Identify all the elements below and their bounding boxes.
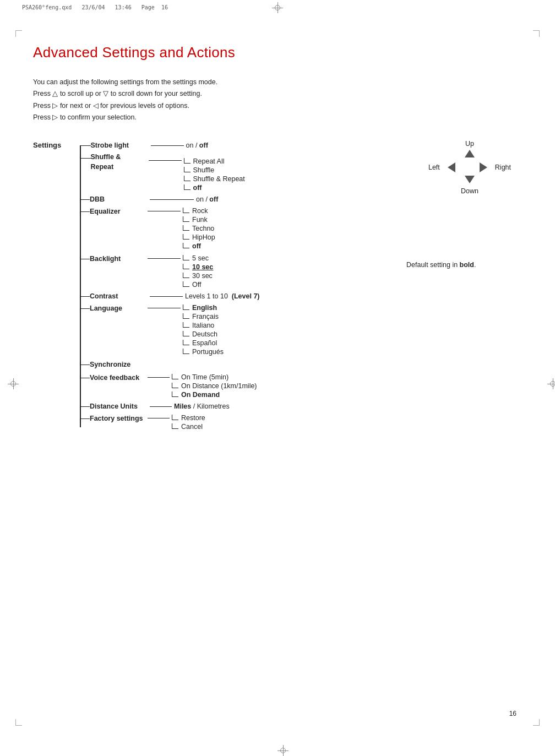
header-page-num: 16 <box>161 4 168 10</box>
sync-label: Synchronize <box>90 361 130 368</box>
nav-up-triangle <box>465 150 475 159</box>
distance-label: Distance Units <box>90 403 148 410</box>
distance-option: Miles / Kilometres <box>174 403 230 410</box>
setting-factory: Factory settings Restore Cancel <box>80 412 401 433</box>
trunk-branch-eq <box>80 211 90 212</box>
voice-connector: On Time (5min) On Distance (1km/1mile) O… <box>148 373 257 399</box>
opt-30sec: 30 sec <box>183 271 213 280</box>
opt-techno: Techno <box>183 224 215 233</box>
trunk-branch-sync <box>80 365 90 365</box>
nav-diagram: Up Left Right <box>417 140 522 195</box>
backlight-h-line <box>148 258 181 259</box>
intro-line1: You can adjust the following settings fr… <box>33 77 522 88</box>
language-h-line <box>148 308 181 308</box>
backlight-options: 5 sec 10 sec 30 sec <box>183 254 213 289</box>
opt-portugues: Portugués <box>183 347 224 356</box>
opt-english: English <box>183 303 224 312</box>
nav-right-label: Right <box>495 164 511 171</box>
trunk-branch-dbb <box>80 199 90 200</box>
opt-10sec: 10 sec <box>183 263 213 271</box>
nav-up-label: Up <box>417 140 522 148</box>
nav-left-triangle <box>448 162 455 172</box>
nav-down-label: Down <box>417 187 522 195</box>
factory-connector: Restore Cancel <box>148 414 205 431</box>
opt-italiano: Italiano <box>183 321 224 330</box>
strobe-light-label: Strobe light <box>91 142 149 149</box>
nav-left-label: Left <box>428 164 440 171</box>
nav-middle-row: Left Right <box>428 162 511 172</box>
page-label: Page <box>142 4 155 10</box>
opt-on-demand: On Demand <box>172 390 257 399</box>
intro-line4: Press ▷ to confirm your selection. <box>33 112 522 123</box>
opt-hiphop: HipHop <box>183 233 215 242</box>
shuffle-options: Repeat All Shuffle Shuffle & Repeat <box>184 157 245 192</box>
setting-dbb: DBB on / off <box>80 194 401 205</box>
dbb-label: DBB <box>90 195 148 203</box>
dbb-h-line <box>150 199 194 200</box>
trunk-branch-distance <box>80 406 90 407</box>
trunk-branch-strobe <box>81 145 91 146</box>
default-note: Default setting in bold. <box>406 261 522 269</box>
opt-francais: Français <box>183 312 224 321</box>
setting-shuffle-repeat: Shuffle &Repeat Repeat All Shuffle <box>80 151 401 194</box>
voice-label: Voice feedback <box>90 373 148 382</box>
setting-strobe-light: Strobe light on / off <box>80 140 401 151</box>
trunk-branch-contrast <box>80 296 90 297</box>
contrast-option: Levels 1 to 10 (Level 7) <box>185 292 260 300</box>
opt-shuffle: Shuffle <box>184 166 245 175</box>
page-header: PSA260°feng.qxd 23/6/04 13:46 Page 16 <box>22 4 168 10</box>
opt-cancel: Cancel <box>172 422 205 431</box>
page-title: Advanced Settings and Actions <box>33 44 522 61</box>
opt-eq-off: off <box>183 242 215 251</box>
opt-off-backlight: Off <box>183 280 213 289</box>
eq-options: Rock Funk Techno <box>183 206 215 251</box>
setting-synchronize: Synchronize <box>80 358 401 371</box>
right-column: Up Left Right <box>401 140 522 269</box>
trunk-vertical-line <box>80 145 81 427</box>
language-options: English Français Italiano <box>183 303 224 356</box>
factory-options: Restore Cancel <box>172 414 205 431</box>
page-number: 16 <box>509 710 516 717</box>
language-connector: English Français Italiano <box>148 303 224 356</box>
setting-voice-feedback: Voice feedback On Time (5min) On Distanc… <box>80 371 401 401</box>
voice-h-line <box>148 377 170 378</box>
nav-down-triangle <box>465 176 475 185</box>
strobe-h-line <box>151 145 184 146</box>
opt-shuffle-off: off <box>184 183 245 192</box>
voice-options: On Time (5min) On Distance (1km/1mile) O… <box>172 373 257 399</box>
eq-label: Equalizer <box>90 206 148 215</box>
date: 23/6/04 <box>81 4 105 10</box>
contrast-h-line <box>150 296 183 297</box>
nav-right-triangle <box>480 162 487 172</box>
diagram: Settings Strobe light on / off <box>33 140 522 433</box>
trunk-branch-language <box>80 308 90 309</box>
shuffle-connector: Repeat All Shuffle Shuffle & Repeat <box>149 157 245 192</box>
eq-connector: Rock Funk Techno <box>148 206 215 251</box>
corner-mark-br <box>533 719 540 726</box>
settings-column: Settings <box>33 140 80 149</box>
trunk-branch-shuffle <box>81 158 91 159</box>
setting-language: Language English Français <box>80 302 401 358</box>
opt-on-distance: On Distance (1km/1mile) <box>172 382 257 390</box>
opt-deutsch: Deutsch <box>183 330 224 339</box>
opt-restore: Restore <box>172 414 205 422</box>
filename: PSA260°feng.qxd <box>22 4 72 10</box>
trunk-branch-voice <box>80 378 90 378</box>
nav-arrows: Left Right <box>417 150 522 185</box>
intro-line3: Press ▷ for next or ◁ for previous level… <box>33 100 522 112</box>
corner-mark-tl <box>15 30 22 37</box>
main-tree: Strobe light on / off Shuffle &Repeat <box>80 140 401 433</box>
backlight-label: Backlight <box>90 254 148 263</box>
settings-label: Settings <box>33 140 80 149</box>
strobe-option: on / off <box>186 142 208 149</box>
backlight-connector: 5 sec 10 sec 30 sec <box>148 254 213 289</box>
intro-line2: Press △ to scroll up or ▽ to scroll down… <box>33 88 522 100</box>
setting-equalizer: Equalizer Rock Funk <box>80 205 401 252</box>
factory-h-line <box>148 418 170 418</box>
setting-backlight: Backlight 5 sec 10 sec <box>80 252 401 291</box>
factory-label: Factory settings <box>90 414 148 422</box>
setting-contrast: Contrast Levels 1 to 10 (Level 7) <box>80 291 401 302</box>
trunk-branch-factory <box>80 418 90 419</box>
shuffle-h-line <box>149 160 182 161</box>
setting-distance-units: Distance Units Miles / Kilometres <box>80 401 401 412</box>
